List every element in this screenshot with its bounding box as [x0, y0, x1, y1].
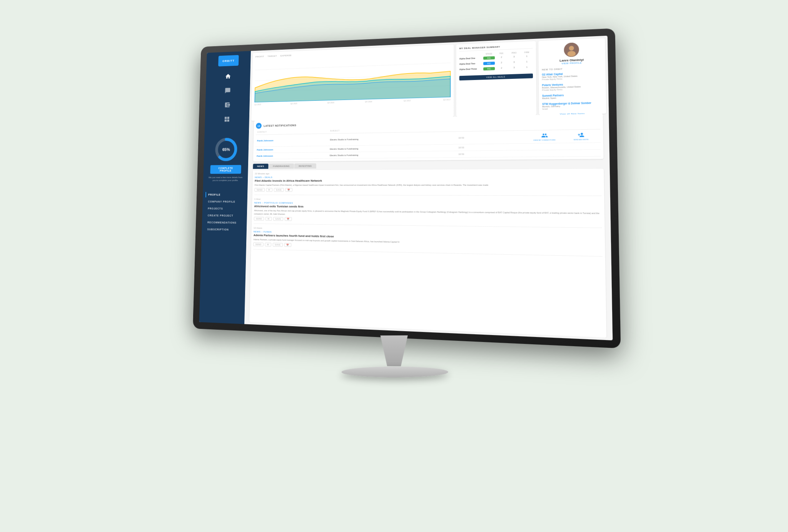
deal-row-3: Alpha Deal Three ING 2 3 1 — [459, 65, 533, 71]
deal-3-badge: ING — [483, 67, 495, 70]
nav-item-create[interactable]: CREATE PROJECT — [205, 212, 244, 218]
tab-fundraising[interactable]: FUNDRAISING — [269, 163, 294, 169]
news-panel: 22 Minutes ago NEWS – DEALS Flint Atlant… — [249, 168, 606, 337]
notif-th-action2 — [563, 125, 599, 128]
notif-2-time: 10:53 — [458, 145, 526, 148]
chart-area — [254, 51, 451, 102]
chart-label-target: TARGET — [267, 55, 277, 57]
deal-3-prio: 1 — [521, 65, 533, 69]
notif-2-subject: Electric Studio is Fundraising — [330, 146, 457, 150]
news-3-calendar-btn[interactable]: 📅 — [284, 243, 291, 247]
axis-q2-2017: Q2 2017 — [443, 98, 451, 100]
tab-news[interactable]: NEWS — [253, 163, 268, 169]
chart-panel: PROFIT TARGET EXPENSE — [251, 44, 454, 120]
nav-item-recommendations[interactable]: RECOMMENDATIONS — [205, 219, 244, 225]
news-article-3: 12 Hours NEWS – FUNDS Adenia Partners la… — [253, 227, 603, 257]
notifications-count: 13 — [256, 123, 262, 128]
news-3-email-btn[interactable]: ✉ — [265, 242, 271, 246]
axis-q3-2016: Q3 2016 — [327, 101, 334, 103]
deal-th-stage: STAGE — [483, 52, 495, 55]
news-2-save-btn[interactable]: SAVE — [273, 217, 283, 220]
news-tabs-bar: NEWS FUNDRAISING INVESTING — [253, 161, 604, 169]
monitor-screen: ORBITT — [199, 35, 613, 340]
wallet-icon[interactable] — [222, 100, 232, 110]
notif-2-contact: Patrik Johnsson — [257, 148, 328, 151]
orbit-item-1: G2 Altair Capital New York, New York, Un… — [542, 71, 602, 80]
notif-1-contact: Patrik Johnsson — [257, 138, 329, 142]
monitor-bezel: ORBITT — [193, 28, 621, 348]
complete-profile-button[interactable]: COMPLETE PROFILE — [210, 165, 241, 173]
notifications-title: LATEST NOTIFICATIONS — [264, 123, 296, 127]
deal-2-name: Alpha Deal Two — [459, 62, 482, 66]
deal-2-prio: 1 — [521, 60, 533, 63]
chat-icon[interactable] — [223, 85, 232, 96]
sidebar: ORBITT — [199, 51, 251, 324]
nav-item-subscription[interactable]: SUBSCRIPTION — [204, 226, 244, 232]
notif-th-contact: CONTACT — [257, 130, 329, 133]
deal-1-badge: ING — [483, 56, 495, 60]
deal-th-firm: FIRM — [521, 51, 533, 53]
bottom-section: 13 LATEST NOTIFICATIONS CONTACT SUBJECT — [244, 113, 613, 340]
nav-item-profile[interactable]: PROFILE — [205, 192, 245, 197]
view-connections-button-1[interactable]: VIEW MY CONNECTIONS — [527, 132, 562, 141]
tab-investing[interactable]: INVESTING — [294, 163, 316, 168]
news-article-1: 22 Minutes ago NEWS – DEALS Flint Atlant… — [254, 171, 601, 196]
deal-2-fee: 3 — [508, 60, 520, 64]
news-1-save-btn[interactable]: SAVE — [274, 188, 284, 192]
notif-3-subject: Electric Studio is Fundraising — [330, 153, 457, 156]
orbit-item-2: Polaris Ventures Boston, Massachusetts, … — [542, 82, 603, 91]
view-all-deals-button[interactable]: VIEW ALL DEALS — [459, 73, 533, 80]
news-1-body: Flint Atlantic Capital Partners (Flint A… — [255, 183, 601, 187]
top-section: PROFIT TARGET EXPENSE — [249, 35, 609, 121]
home-icon[interactable] — [223, 71, 233, 82]
news-1-headline: Flint Atlantic Invests in Africa Healthc… — [255, 178, 601, 182]
profile-completion-section: 65% COMPLETE PROFILE We just need a few … — [203, 131, 249, 192]
news-2-email-btn[interactable]: ✉ — [265, 217, 272, 220]
chart-label-profit: PROFIT — [255, 55, 264, 57]
deal-th-prio: PRIO — [508, 51, 520, 54]
news-1-send-btn[interactable]: SEND — [254, 188, 265, 192]
monitor-stand-neck — [371, 335, 417, 366]
news-article-2: 1 Hour NEWS – PORTFOLIO COMPANIES Africi… — [254, 198, 602, 228]
news-2-calendar-btn[interactable]: 📅 — [285, 217, 292, 221]
deal-2-badge: ING — [483, 62, 495, 65]
new-to-orbit-title: NEW TO ORBIT — [542, 66, 602, 70]
monitor-wrapper: ORBITT — [144, 35, 644, 497]
nav-item-company[interactable]: COMPANY PROFILE — [205, 198, 244, 204]
orbit-item-4: STW Huggenberger & Dolmar Somber Munich,… — [542, 101, 603, 110]
notif-th-subject: SUBJECT — [330, 127, 457, 132]
deal-1-stage: 2 — [496, 55, 508, 59]
news-3-send-btn[interactable]: SEND — [253, 242, 264, 246]
avatar — [564, 42, 579, 57]
news-2-send-btn[interactable]: SEND — [254, 217, 264, 220]
notif-th-time — [458, 126, 526, 130]
notifications-panel: 13 LATEST NOTIFICATIONS CONTACT SUBJECT — [253, 113, 604, 162]
deal-row-2: Alpha Deal Two ING 2 3 1 — [459, 60, 533, 66]
deal-th-name — [459, 53, 482, 56]
monitor-stand-base — [341, 366, 448, 377]
nav-item-projects[interactable]: PROJECTS — [205, 205, 244, 211]
bottom-left: 13 LATEST NOTIFICATIONS CONTACT SUBJECT — [247, 113, 610, 338]
send-invite-button-1[interactable]: SEND AN INVITE — [563, 131, 599, 140]
grid-icon[interactable] — [222, 114, 232, 124]
deal-3-fee: 3 — [508, 66, 520, 69]
send-invite-label: SEND AN INVITE — [574, 138, 589, 140]
axis-q1-2017: Q1 2017 — [404, 99, 411, 102]
news-3-save-btn[interactable]: SAVE — [273, 243, 283, 247]
news-1-email-btn[interactable]: ✉ — [266, 188, 272, 192]
news-1-calendar-btn[interactable]: 📅 — [285, 188, 292, 192]
deal-manager-title: MY DEAL MANAGER SUMMARY — [459, 44, 533, 52]
notif-3-contact: Patrik Johnsson — [257, 154, 328, 157]
notif-3-time: 10:53 — [458, 152, 526, 155]
deal-2-stage: 2 — [496, 61, 508, 65]
chart-label-expense: EXPENSE — [280, 54, 292, 57]
profile-donut-chart: 65% — [214, 137, 239, 162]
app-screen: ORBITT — [199, 35, 613, 340]
deal-th-fee: FEE — [496, 52, 508, 54]
news-1-category: NEWS – DEALS — [255, 175, 601, 178]
deal-3-name: Alpha Deal Three — [459, 67, 482, 71]
news-1-timestamp: 22 Minutes ago — [255, 171, 601, 174]
axis-q1-2015: Q1 2015 — [254, 103, 261, 105]
axis-q4-2016: Q4 2016 — [365, 100, 372, 102]
deal-3-stage: 2 — [496, 67, 508, 70]
